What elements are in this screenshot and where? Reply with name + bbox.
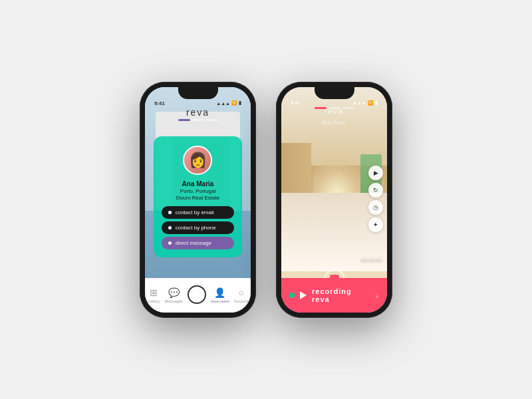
phone-2: 9:41 ▲▲▲ 🛜 ▮ reva kitchen ▶: [276, 82, 392, 318]
messages-icon: 💬: [168, 287, 179, 298]
contact-email-button[interactable]: contact by email: [162, 206, 235, 219]
nav-reva-label: reva users: [211, 299, 229, 303]
contact-city: Porto, Portugal: [162, 188, 235, 194]
status-icons-2: ▲▲▲ 🛜 ▮: [352, 100, 378, 106]
recording-label: recording reva: [312, 287, 370, 303]
recording-play-icon: [300, 291, 307, 299]
nav-gallery-label: Gallery: [147, 299, 160, 303]
app-title-2: reva: [281, 107, 387, 115]
btn-dot-message: [168, 241, 172, 245]
phone-1-screen: 9:41 ▲▲▲ 🛜 ▮ reva: [145, 87, 251, 313]
contact-phone-button[interactable]: contact by phone: [162, 221, 235, 234]
reva-users-icon: 👤: [215, 287, 225, 298]
notch-1: [178, 87, 218, 99]
signal-icon-2: ▲▲▲: [352, 100, 366, 105]
dot-2: [192, 119, 204, 121]
signal-icon: ▲▲▲: [216, 101, 230, 106]
direct-message-button[interactable]: direct message: [162, 237, 235, 249]
nav-messages-label: Messages: [164, 299, 182, 303]
rotate-icon-btn[interactable]: ↻: [368, 183, 383, 198]
dot-1: [178, 119, 190, 121]
app-name-1: reva: [186, 107, 209, 118]
contact-company: Douro Real Estate: [162, 195, 235, 201]
avatar-emoji: 👩: [189, 152, 207, 169]
btn-dot-phone: [168, 226, 172, 229]
nav-home[interactable]: [188, 285, 206, 305]
nav-account-label: Account: [234, 299, 249, 303]
nav-account[interactable]: ○ Account: [234, 287, 249, 303]
battery-icon-2: ▮: [375, 100, 378, 106]
battery-icon: ▮: [239, 100, 241, 106]
room-label: kitchen: [281, 119, 387, 126]
phone1-background: 9:41 ▲▲▲ 🛜 ▮ reva: [145, 87, 251, 313]
status-icons-1: ▲▲▲ 🛜 ▮: [216, 100, 241, 106]
status-bar-2: 9:41 ▲▲▲ 🛜 ▮: [281, 99, 387, 107]
account-icon: ○: [236, 287, 247, 298]
recording-indicator-dot: [289, 293, 295, 298]
recording-arrow-icon: ↓: [375, 291, 379, 300]
home-icon: [188, 285, 206, 304]
progress-dots-1: [178, 119, 218, 121]
phone-label: contact by phone: [176, 225, 216, 231]
bottom-nav: ⊞ Gallery 💬 Messages 👤 reva users ○: [145, 278, 251, 313]
time-1: 9:41: [154, 100, 165, 106]
timer-icon-btn[interactable]: ◷: [368, 200, 383, 215]
app-name-2: reva: [325, 107, 344, 115]
recording-bar: recording reva ↓: [281, 278, 387, 313]
notch-2: [315, 87, 354, 99]
app-title-1: reva: [145, 107, 251, 118]
timer-display: 00:03:54: [361, 257, 382, 263]
message-label: direct message: [176, 240, 211, 246]
btn-dot-email: [168, 211, 172, 214]
time-2: 9:41: [291, 100, 300, 105]
wifi-icon: 🛜: [231, 100, 237, 106]
contact-card: 👩 Ana Maria Porto, Portugal Douro Real E…: [154, 136, 243, 257]
settings-icon-btn[interactable]: ✦: [368, 217, 383, 232]
wifi-icon-2: 🛜: [368, 100, 374, 106]
email-label: contact by email: [176, 209, 214, 215]
avatar-wrapper: 👩: [162, 146, 235, 175]
nav-gallery[interactable]: ⊞ Gallery: [147, 287, 160, 303]
contact-name: Ana Maria: [162, 180, 235, 188]
side-icons: ▶ ↻ ◷ ✦: [368, 166, 383, 232]
contact-actions: contact by email contact by phone direct…: [162, 206, 235, 249]
kitchen-background: 9:41 ▲▲▲ 🛜 ▮ reva kitchen ▶: [281, 87, 387, 313]
phone-1: 9:41 ▲▲▲ 🛜 ▮ reva: [140, 82, 256, 318]
nav-reva-users[interactable]: 👤 reva users: [211, 287, 229, 303]
gallery-icon: ⊞: [148, 287, 159, 298]
avatar: 👩: [183, 146, 212, 175]
phone-2-screen: 9:41 ▲▲▲ 🛜 ▮ reva kitchen ▶: [281, 87, 387, 313]
play-icon-btn[interactable]: ▶: [368, 166, 383, 180]
nav-messages[interactable]: 💬 Messages: [164, 287, 182, 303]
dot-3: [206, 119, 218, 121]
